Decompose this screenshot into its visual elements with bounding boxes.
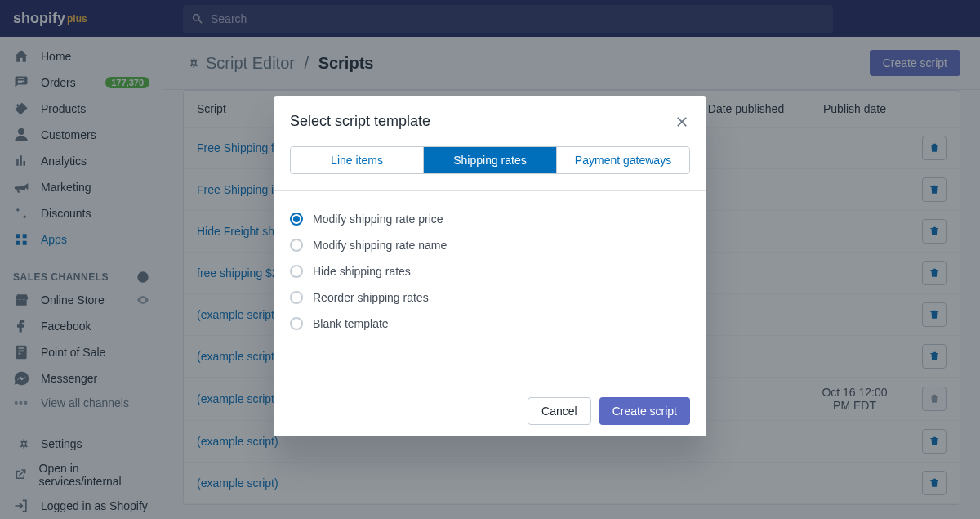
radio-icon bbox=[290, 291, 303, 304]
tab-shipping-rates[interactable]: Shipping rates bbox=[423, 147, 556, 173]
close-icon[interactable] bbox=[674, 114, 690, 130]
radio-icon bbox=[290, 265, 303, 278]
template-option[interactable]: Modify shipping rate name bbox=[290, 232, 690, 258]
template-option[interactable]: Modify shipping rate price bbox=[290, 206, 690, 232]
radio-icon bbox=[290, 317, 303, 330]
script-template-modal: Select script template Line itemsShippin… bbox=[274, 96, 706, 436]
confirm-create-button[interactable]: Create script bbox=[599, 397, 690, 425]
option-label: Modify shipping rate name bbox=[313, 239, 447, 252]
radio-icon bbox=[290, 213, 303, 226]
tab-payment-gateways[interactable]: Payment gateways bbox=[556, 147, 689, 173]
option-label: Blank template bbox=[313, 317, 389, 330]
option-label: Reorder shipping rates bbox=[313, 291, 429, 304]
modal-header: Select script template bbox=[274, 96, 706, 146]
cancel-button[interactable]: Cancel bbox=[528, 397, 591, 425]
template-option[interactable]: Blank template bbox=[290, 311, 690, 337]
modal-title: Select script template bbox=[290, 113, 430, 130]
modal-footer: Cancel Create script bbox=[274, 386, 706, 436]
tab-line-items[interactable]: Line items bbox=[291, 147, 423, 173]
modal-tabs-wrap: Line itemsShipping ratesPayment gateways bbox=[274, 146, 706, 191]
modal-overlay[interactable]: Select script template Line itemsShippin… bbox=[0, 0, 980, 519]
template-options: Modify shipping rate priceModify shippin… bbox=[274, 191, 706, 386]
option-label: Modify shipping rate price bbox=[313, 213, 443, 226]
radio-icon bbox=[290, 239, 303, 252]
template-option[interactable]: Reorder shipping rates bbox=[290, 284, 690, 311]
template-option[interactable]: Hide shipping rates bbox=[290, 258, 690, 284]
option-label: Hide shipping rates bbox=[313, 265, 411, 278]
modal-tabs: Line itemsShipping ratesPayment gateways bbox=[290, 146, 690, 174]
